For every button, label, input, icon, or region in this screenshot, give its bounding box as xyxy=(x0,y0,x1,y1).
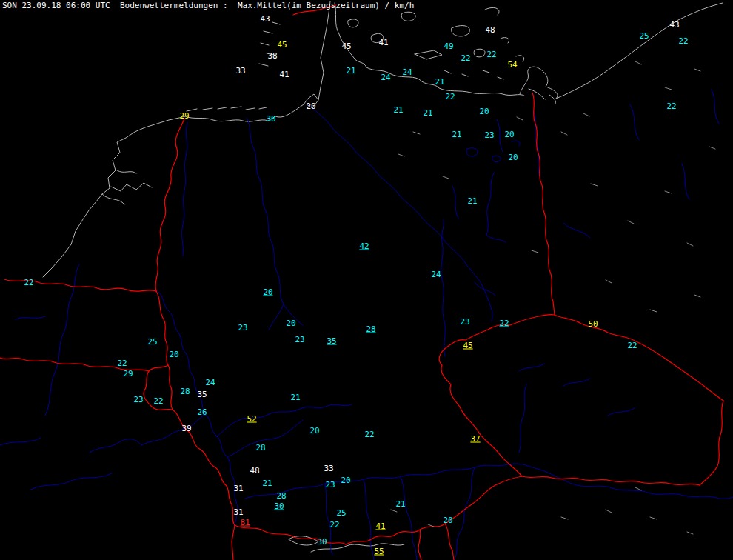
station-value: 26 xyxy=(197,408,207,416)
station-value: 22 xyxy=(486,50,496,59)
station-value: 24 xyxy=(402,68,412,76)
station-value: 22 xyxy=(24,279,33,287)
station-value: 33 xyxy=(324,464,333,473)
station-value: 41 xyxy=(378,39,388,47)
station-value: 22 xyxy=(627,341,637,350)
station-value: 21 xyxy=(435,78,444,86)
station-value: 21 xyxy=(452,130,461,139)
station-value: 30 xyxy=(266,115,275,123)
station-value: 31 xyxy=(233,508,243,516)
station-value: 28 xyxy=(255,444,265,452)
station-value: 22 xyxy=(678,37,688,45)
station-value: 22 xyxy=(499,319,509,327)
map-title-bar: SON 23.09.18 06:00 UTC Bodenwettermeldun… xyxy=(2,1,414,10)
station-value: 24 xyxy=(205,379,215,387)
station-value: 41 xyxy=(279,70,289,79)
station-value: 23 xyxy=(295,336,304,344)
station-value: 22 xyxy=(666,102,676,110)
station-value: 22 xyxy=(153,397,163,405)
station-value: 25 xyxy=(639,32,649,40)
station-value: 24 xyxy=(381,73,390,81)
station-value: 45 xyxy=(341,42,351,50)
station-value: 55 xyxy=(374,547,384,556)
station-value: 20 xyxy=(443,516,452,524)
station-value: 39 xyxy=(181,424,191,433)
station-value: 21 xyxy=(346,67,355,75)
station-values-layer: 4345383341292030454121242421222149222248… xyxy=(0,0,733,560)
station-value: 54 xyxy=(507,61,517,69)
station-value: 20 xyxy=(286,319,295,327)
station-value: 48 xyxy=(250,467,259,475)
station-value: 43 xyxy=(260,15,270,23)
station-value: 20 xyxy=(341,476,350,484)
station-value: 23 xyxy=(325,481,335,489)
station-value: 48 xyxy=(485,26,495,34)
station-value: 20 xyxy=(504,130,514,139)
station-value: 35 xyxy=(197,390,207,399)
station-value: 81 xyxy=(240,519,250,527)
station-value: 41 xyxy=(375,522,385,530)
station-value: 24 xyxy=(431,270,441,279)
station-value: 43 xyxy=(669,21,679,29)
station-value: 25 xyxy=(336,509,346,517)
station-value: 28 xyxy=(366,325,375,333)
station-value: 45 xyxy=(277,41,287,49)
station-value: 21 xyxy=(290,393,300,401)
station-value: 22 xyxy=(329,521,339,529)
station-value: 42 xyxy=(359,242,369,250)
station-value: 33 xyxy=(235,67,245,75)
station-value: 21 xyxy=(393,106,403,114)
station-value: 38 xyxy=(267,52,277,60)
station-value: 20 xyxy=(479,107,489,116)
station-value: 31 xyxy=(233,484,243,493)
station-value: 21 xyxy=(262,479,272,487)
station-value: 50 xyxy=(588,320,598,328)
station-value: 25 xyxy=(147,338,157,346)
station-value: 45 xyxy=(463,341,472,350)
station-value: 23 xyxy=(484,131,494,139)
weather-map-screen: SON 23.09.18 06:00 UTC Bodenwettermeldun… xyxy=(0,0,733,560)
station-value: 23 xyxy=(460,318,469,326)
station-value: 28 xyxy=(180,387,190,396)
station-value: 23 xyxy=(238,324,247,332)
station-value: 35 xyxy=(327,337,336,345)
station-value: 22 xyxy=(445,93,455,101)
station-value: 21 xyxy=(467,197,477,205)
station-value: 30 xyxy=(317,538,327,546)
station-value: 20 xyxy=(169,350,178,359)
station-value: 22 xyxy=(364,430,374,439)
station-value: 23 xyxy=(133,396,143,404)
station-value: 37 xyxy=(470,435,480,443)
station-value: 52 xyxy=(247,415,256,423)
station-value: 21 xyxy=(423,109,432,117)
station-value: 22 xyxy=(461,54,470,62)
station-value: 22 xyxy=(117,359,127,367)
station-value: 30 xyxy=(274,502,284,510)
station-value: 20 xyxy=(309,427,319,435)
station-value: 20 xyxy=(306,102,315,110)
station-value: 29 xyxy=(123,370,133,378)
station-value: 28 xyxy=(276,492,286,500)
station-value: 20 xyxy=(508,153,518,161)
station-value: 29 xyxy=(179,112,189,120)
station-value: 49 xyxy=(444,42,453,50)
station-value: 21 xyxy=(395,500,405,508)
station-value: 20 xyxy=(263,288,272,296)
